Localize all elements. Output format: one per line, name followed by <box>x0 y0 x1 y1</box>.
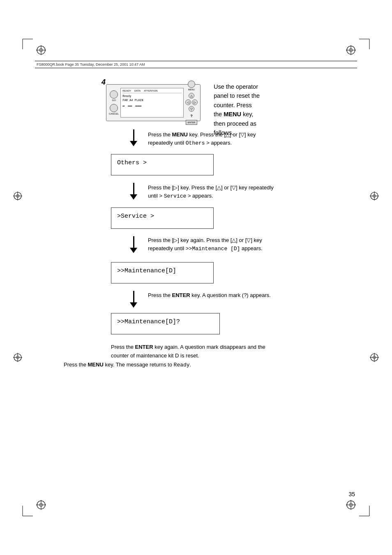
panel-screen: READY DATA ATTENTION Ready FAR A4 PLAIN … <box>120 88 184 117</box>
svg-point-23 <box>349 503 353 507</box>
enter-button: ENTER <box>186 120 197 125</box>
svg-point-31 <box>16 356 19 359</box>
up-nav-button: △ <box>189 93 194 99</box>
menu-button-label: MENU <box>188 88 195 91</box>
arrow-2 <box>127 183 140 200</box>
maintenance-d-question-display-text: >>Maintenance[D]? <box>117 318 180 325</box>
intro-line4-suffix: key, <box>241 111 254 117</box>
final-ready-text: Ready <box>174 362 190 368</box>
intro-menu-key: MENU <box>224 111 241 117</box>
svg-point-36 <box>371 354 378 361</box>
flow-section-2 <box>127 183 140 200</box>
svg-point-28 <box>14 354 21 361</box>
svg-point-24 <box>14 192 21 200</box>
svg-point-11 <box>39 48 43 52</box>
panel-right-controls: MENU △ ◁ ▷ ▽ ? ENTER <box>185 81 198 125</box>
question-mark: ? <box>190 114 193 118</box>
intro-line3: counter. Press <box>214 102 252 108</box>
instr4-enter-key: ENTER <box>172 292 190 298</box>
arrow-3 <box>127 236 140 253</box>
cancel-button-area: CANCEL <box>109 104 119 115</box>
go-label: GO <box>112 99 116 101</box>
arrow-4 <box>127 291 140 308</box>
instr1-others-text: Others <box>186 140 205 146</box>
step-number: 4 <box>101 78 106 87</box>
instruction-1: Press the MENU key. Press the [△] or [▽]… <box>148 131 279 147</box>
flow-section-1 <box>127 129 140 146</box>
side-nav-buttons: ◁ ▷ <box>185 99 198 105</box>
arrow-2-line <box>133 183 134 194</box>
svg-point-15 <box>349 48 353 52</box>
panel-screen-text: Ready FAR A4 PLAIN <box>122 94 182 103</box>
arrow-2-head <box>130 194 137 200</box>
menu-button-area: MENU <box>188 81 195 91</box>
maintenance-d-display-text: >>Maintenance[D] <box>117 267 176 274</box>
screen-line2: FAR A4 PLAIN <box>122 99 182 103</box>
intro-text-block: Use the operator panel to reset the coun… <box>214 82 355 138</box>
intro-line2: panel to reset the <box>214 92 260 99</box>
go-button-area: GO <box>110 90 118 101</box>
arrow-1-head <box>130 141 137 146</box>
svg-point-27 <box>16 195 19 198</box>
panel-menu-button <box>188 81 195 88</box>
instruction-3: Press the [▷] key again. Press the [△] o… <box>148 236 275 253</box>
svg-point-8 <box>37 46 45 54</box>
panel-left-buttons: GO CANCEL <box>109 90 119 115</box>
arrow-3-head <box>130 248 137 253</box>
maintenance-d-display-box: >>Maintenance[D] <box>111 262 214 283</box>
instruction-4: Press the ENTER key. A question mark (?)… <box>148 291 275 299</box>
service-display-box: >Service > <box>111 207 214 229</box>
arrow-3-line <box>133 236 134 248</box>
intro-line4-prefix: the <box>214 111 224 117</box>
intro-line5: then proceed as <box>214 120 256 127</box>
arrow-4-line <box>133 291 134 302</box>
svg-point-20 <box>347 501 355 509</box>
svg-point-12 <box>347 46 355 54</box>
arrow-1-line <box>133 129 134 141</box>
intro-line1: Use the operator <box>214 83 258 90</box>
others-display-text: Others > <box>117 159 147 166</box>
arrow-4-head <box>130 302 137 308</box>
cancel-label: CANCEL <box>109 113 119 115</box>
right-nav-button: ▷ <box>192 99 198 105</box>
enter-button-area: ENTER <box>186 120 197 125</box>
final-instructions-block: Press the ENTER key again. A question ma… <box>111 343 267 360</box>
final-menu-instruction: Press the MENU key. The message returns … <box>64 361 269 370</box>
go-button <box>110 90 118 99</box>
left-nav-button: ◁ <box>185 99 191 105</box>
screen-line1: Ready <box>122 94 182 99</box>
svg-point-32 <box>371 192 378 200</box>
instr1-menu-key: MENU <box>172 131 188 138</box>
svg-point-35 <box>373 195 376 198</box>
others-display-box: Others > <box>111 154 214 175</box>
instr3-maintenance-text: >>Maintenance [D] <box>186 246 240 252</box>
page-number: 35 <box>348 491 355 497</box>
final-enter-key: ENTER <box>135 344 153 350</box>
panel-screen-bottom: ▬ ▬▬ ▬▬▬ <box>122 104 182 107</box>
instruction-2: Press the [▷] key. Press the [△] or [▽] … <box>148 184 275 200</box>
arrow-1 <box>127 129 140 146</box>
final-menu-key: MENU <box>88 362 104 368</box>
svg-point-39 <box>373 356 376 359</box>
down-nav-button: ▽ <box>189 106 194 112</box>
nav-buttons: △ ◁ ▷ ▽ <box>185 93 198 112</box>
ready-indicator: READY <box>122 90 131 92</box>
flow-section-4 <box>127 291 140 308</box>
attention-indicator: ATTENTION <box>144 90 158 92</box>
svg-point-19 <box>39 503 43 507</box>
maintenance-d-question-display-box: >>Maintenance[D]? <box>111 313 220 334</box>
instr2-service-text: Service <box>164 193 187 199</box>
printer-panel-illustration: GO CANCEL READY DATA ATTENTION Ready FAR… <box>106 84 201 121</box>
panel-screen-header: READY DATA ATTENTION <box>122 90 182 93</box>
header-bar: FS8000QR.book Page 35 Tuesday, December … <box>35 61 357 68</box>
svg-point-16 <box>37 501 45 509</box>
header-text: FS8000QR.book Page 35 Tuesday, December … <box>37 62 145 67</box>
flow-section-3 <box>127 236 140 253</box>
service-display-text: >Service > <box>117 213 154 220</box>
cancel-button <box>110 104 118 112</box>
data-indicator: DATA <box>134 90 141 92</box>
